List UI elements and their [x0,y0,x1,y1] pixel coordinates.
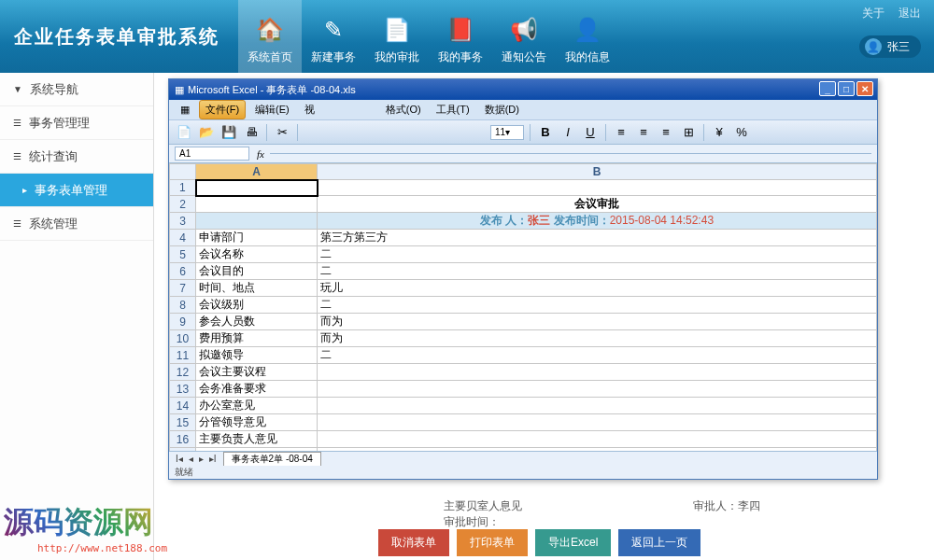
col-header-b[interactable]: B [318,164,877,180]
cell-label[interactable]: 会务准备要求 [196,381,318,398]
underline-icon[interactable]: U [581,123,600,142]
cell-value[interactable]: 而为 [318,330,877,347]
spreadsheet-grid[interactable]: AB 1 2会议审批 3发布 人：张三 发布时间：2015-08-04 14:5… [169,163,877,451]
cancel-form-button[interactable]: 取消表单 [378,529,449,556]
cell-reference[interactable]: A1 [175,147,249,161]
cell[interactable] [318,398,877,414]
row-header[interactable]: 6 [170,263,196,280]
row-header[interactable]: 13 [170,381,196,398]
cell-label[interactable]: 会议主要议程 [196,364,318,381]
new-icon[interactable]: 📄 [175,123,193,142]
row-header[interactable]: 16 [170,431,196,448]
minimize-button[interactable]: _ [819,81,836,96]
export-excel-button[interactable]: 导出Excel [535,529,611,556]
col-header-a[interactable]: A [196,164,318,180]
row-header[interactable]: 7 [170,280,196,297]
window-title-bar[interactable]: ▦ Microsoft Excel - 事务表单 -08-04.xls _ □ … [169,79,877,100]
sidebar-item-task-mgmt[interactable]: ☰事务管理理 [0,106,153,140]
nav-my-info[interactable]: 👤我的信息 [556,0,619,73]
row-header[interactable]: 9 [170,314,196,330]
cell-label[interactable]: 会议名称 [196,246,318,263]
row-header[interactable]: 15 [170,414,196,431]
row-header[interactable]: 4 [170,230,196,246]
sidebar-item-nav[interactable]: ▼系统导航 [0,73,153,106]
percent-icon[interactable]: % [732,123,751,142]
cell-label[interactable]: 参会人员数 [196,314,318,330]
row-header[interactable]: 2 [170,196,196,213]
row-header[interactable]: 1 [170,180,196,196]
cell-label[interactable]: 会议目的 [196,263,318,280]
nav-home[interactable]: 🏠系统首页 [238,0,302,73]
cell-label[interactable]: 拟邀领导 [196,347,318,364]
cell-label[interactable]: 办公室意见 [196,398,318,414]
cell-label[interactable]: 费用预算 [196,330,318,347]
row-header[interactable]: 3 [170,213,196,230]
italic-icon[interactable]: I [559,123,577,142]
menu-view[interactable]: 视 [299,101,320,119]
cell[interactable] [196,213,318,230]
cell-title[interactable]: 会议审批 [318,196,877,213]
align-left-icon[interactable]: ≡ [612,123,630,142]
cell[interactable] [318,381,877,398]
cell-label[interactable]: 申请部门 [196,230,318,246]
fx-icon[interactable]: fx [257,148,264,160]
back-button[interactable]: 返回上一页 [618,529,700,556]
tab-prev-icon[interactable]: ◂ [186,454,196,464]
menu-file[interactable]: 文件(F) [199,100,246,119]
tab-next-icon[interactable]: ▸ [196,454,206,464]
row-header[interactable]: 10 [170,330,196,347]
print-form-button[interactable]: 打印表单 [457,529,528,556]
merge-icon[interactable]: ⊞ [679,123,698,142]
tab-last-icon[interactable]: ▸I [206,454,219,464]
currency-icon[interactable]: ¥ [710,123,729,142]
sidebar-item-stats[interactable]: ☰统计查询 [0,140,153,174]
menu-edit[interactable]: 编辑(E) [249,101,295,119]
open-icon[interactable]: 📂 [197,123,216,142]
cell-label[interactable]: 会议级别 [196,297,318,314]
nav-new-task[interactable]: ✎新建事务 [302,0,365,73]
nav-my-approval[interactable]: 📄我的审批 [365,0,429,73]
bold-icon[interactable]: B [536,123,555,142]
row-header[interactable]: 14 [170,398,196,414]
cell-value[interactable]: 二 [318,246,877,263]
cell[interactable] [318,431,877,448]
cut-icon[interactable]: ✂ [273,123,291,142]
tab-first-icon[interactable]: I◂ [173,454,186,464]
cell[interactable] [318,180,877,196]
cell-value[interactable]: 二 [318,347,877,364]
cell[interactable] [318,414,877,431]
font-size-select[interactable]: 11 ▾ [490,125,524,140]
cell-a1[interactable] [196,180,318,196]
nav-notice[interactable]: 📢通知公告 [492,0,556,73]
align-right-icon[interactable]: ≡ [657,123,675,142]
formula-input[interactable] [270,153,871,154]
cell[interactable] [196,196,318,213]
menu-data[interactable]: 数据(D) [479,101,525,119]
align-center-icon[interactable]: ≡ [634,123,653,142]
nav-my-tasks[interactable]: 📕我的事务 [429,0,492,73]
cell-value[interactable]: 二 [318,297,877,314]
about-link[interactable]: 关于 [862,7,884,20]
close-button[interactable]: ✕ [856,81,873,96]
menu-format[interactable]: 格式(O) [380,101,427,119]
user-chip[interactable]: 👤 张三 [859,35,921,58]
cell-label[interactable]: 分管领导意见 [196,414,318,431]
print-icon[interactable]: 🖶 [242,123,261,142]
sheet-tab[interactable]: 事务表单2单 -08-04 [223,452,321,466]
sidebar-item-sys-mgmt[interactable]: ☰系统管理 [0,207,153,241]
maximize-button[interactable]: □ [838,81,855,96]
row-header[interactable]: 11 [170,347,196,364]
cell-label[interactable]: 时间、地点 [196,280,318,297]
cell[interactable] [318,364,877,381]
cell-value[interactable]: 第三方第三方 [318,230,877,246]
corner-cell[interactable] [170,164,196,180]
logout-link[interactable]: 退出 [899,7,921,20]
menu-tools[interactable]: 工具(T) [431,101,475,119]
save-icon[interactable]: 💾 [219,123,238,142]
sidebar-item-form-mgmt[interactable]: ▸事务表单管理 [0,174,153,207]
row-header[interactable]: 12 [170,364,196,381]
row-header[interactable]: 5 [170,246,196,263]
row-header[interactable]: 8 [170,297,196,314]
cell-value[interactable]: 二 [318,263,877,280]
cell-value[interactable]: 玩儿 [318,280,877,297]
